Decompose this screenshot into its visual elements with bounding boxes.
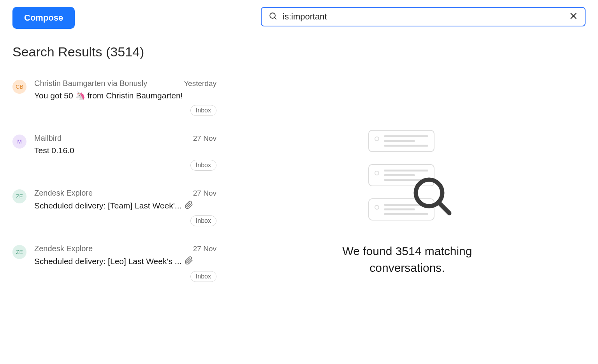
empty-state-text: We found 3514 matching conversations. <box>342 243 472 276</box>
folder-badge: Inbox <box>190 271 216 282</box>
search-bar[interactable] <box>261 7 586 26</box>
subject-emoji-icon: 🦄 <box>76 91 85 100</box>
email-item[interactable]: ZEZendesk Explore27 NovScheduled deliver… <box>12 244 216 282</box>
email-date: 27 Nov <box>193 245 216 253</box>
email-subject-line: Scheduled delivery: [Team] Last Week'... <box>34 201 216 211</box>
avatar: CB <box>12 80 26 94</box>
label-row: Inbox <box>34 271 216 282</box>
label-row: Inbox <box>34 215 216 226</box>
email-item[interactable]: ZEZendesk Explore27 NovScheduled deliver… <box>12 189 216 226</box>
email-header: Zendesk Explore27 Nov <box>34 244 216 253</box>
search-results-panel: Compose Search Results (3514) CBChristin… <box>0 0 226 364</box>
email-content: Christin Baumgarten via BonuslyYesterday… <box>34 79 216 116</box>
email-subject: Scheduled delivery: [Leo] Last Week's ..… <box>34 257 181 266</box>
folder-badge: Inbox <box>190 215 216 226</box>
compose-button[interactable]: Compose <box>12 7 75 29</box>
empty-state: We found 3514 matching conversations. <box>226 42 589 364</box>
search-input[interactable] <box>283 12 564 22</box>
label-row: Inbox <box>34 105 216 116</box>
search-results-title: Search Results (3514) <box>12 44 216 60</box>
empty-state-illustration <box>368 130 446 231</box>
email-sender: Mailbird <box>34 134 62 143</box>
attachment-icon <box>185 201 193 211</box>
folder-badge: Inbox <box>190 105 216 116</box>
email-list: CBChristin Baumgarten via BonuslyYesterd… <box>12 79 216 282</box>
preview-panel: We found 3514 matching conversations. <box>226 0 598 364</box>
email-header: Zendesk Explore27 Nov <box>34 189 216 198</box>
svg-line-1 <box>274 18 276 19</box>
email-date: 27 Nov <box>193 189 216 198</box>
svg-line-5 <box>440 203 449 213</box>
attachment-icon <box>185 256 193 266</box>
email-content: Zendesk Explore27 NovScheduled delivery:… <box>34 189 216 226</box>
email-sender: Christin Baumgarten via Bonusly <box>34 79 147 88</box>
email-date: 27 Nov <box>193 134 216 143</box>
email-sender: Zendesk Explore <box>34 244 93 253</box>
empty-text-line2: conversations. <box>342 259 472 276</box>
label-row: Inbox <box>34 160 216 171</box>
email-subject-line: You got 50 🦄 from Christin Baumgarten! <box>34 91 216 100</box>
email-item[interactable]: MMailbird27 NovTest 0.16.0Inbox <box>12 134 216 171</box>
folder-badge: Inbox <box>190 160 216 171</box>
search-icon <box>269 12 277 22</box>
email-content: Zendesk Explore27 NovScheduled delivery:… <box>34 244 216 282</box>
email-subject: Scheduled delivery: [Team] Last Week'... <box>34 201 181 210</box>
email-subject-line: Scheduled delivery: [Leo] Last Week's ..… <box>34 256 216 266</box>
email-header: Mailbird27 Nov <box>34 134 216 143</box>
email-header: Christin Baumgarten via BonuslyYesterday <box>34 79 216 88</box>
magnifier-icon <box>410 174 453 219</box>
clear-search-icon[interactable] <box>569 12 578 22</box>
email-subject: Test 0.16.0 <box>34 146 74 155</box>
email-sender: Zendesk Explore <box>34 189 93 198</box>
email-subject-line: Test 0.16.0 <box>34 146 216 155</box>
email-item[interactable]: CBChristin Baumgarten via BonuslyYesterd… <box>12 79 216 116</box>
avatar: ZE <box>12 245 26 259</box>
email-subject: You got 50 🦄 from Christin Baumgarten! <box>34 91 183 100</box>
avatar: M <box>12 135 26 149</box>
empty-text-line1: We found 3514 matching <box>342 243 472 260</box>
email-content: Mailbird27 NovTest 0.16.0Inbox <box>34 134 216 171</box>
email-date: Yesterday <box>184 79 216 88</box>
avatar: ZE <box>12 189 26 203</box>
